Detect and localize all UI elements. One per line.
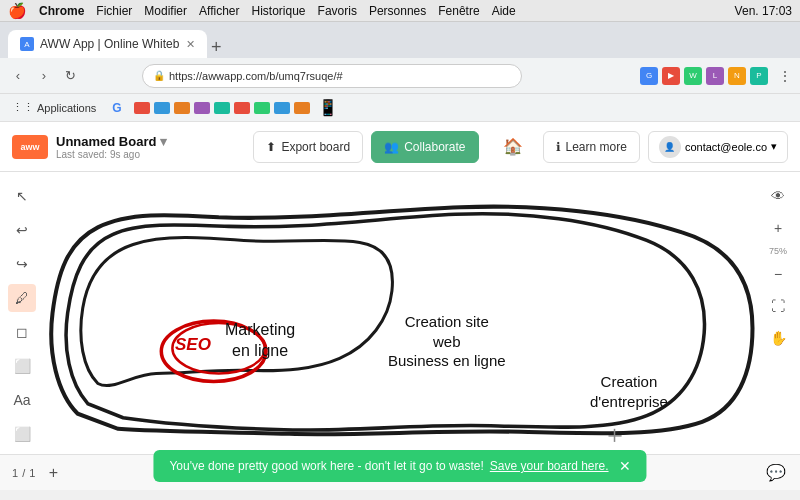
fenetre-menu[interactable]: Fenêtre [438,4,479,18]
apps-icon: ⋮⋮ [12,101,34,114]
lock-icon: 🔒 [153,70,165,81]
tab-title: AWW App | Online Whiteboar... [40,37,180,51]
collaborate-icon: 👥 [384,140,399,154]
board-name-dropdown[interactable]: ▾ [160,134,167,149]
chrome-menu-button[interactable]: ⋮ [778,68,792,84]
ext-icon-5[interactable]: N [728,67,746,85]
fichier-menu[interactable]: Fichier [96,4,132,18]
toast-notification: You've done pretty good work here - don'… [153,450,646,482]
contact-dropdown-arrow: ▾ [771,140,777,153]
aide-menu[interactable]: Aide [492,4,516,18]
contact-label: contact@eole.co [685,141,767,153]
bookmark-icon-4[interactable] [194,102,210,114]
page-total: 1 [29,467,35,479]
app-toolbar: aww Unnamed Board ▾ Last saved: 9s ago ⬆… [0,122,800,172]
bookmark-apps[interactable]: ⋮⋮ Applications [8,99,100,116]
bookmark-icon-6[interactable] [234,102,250,114]
canvas-area[interactable]: ↖ ↩ ↪ 🖊 ◻ ⬜ Aa ⬜ + 👁 + 75% − ⛶ ✋ Marketi… [0,172,800,454]
toolbar-right: 🏠 ℹ Learn more 👤 contact@eole.co ▾ [491,131,788,163]
historique-menu[interactable]: Historique [252,4,306,18]
chrome-extensions: G ▶ W L N P [640,67,768,85]
toast-message: You've done pretty good work here - don'… [169,459,483,473]
chrome-addressbar: ‹ › ↻ 🔒 https://awwapp.com/b/umq7rsuqe/#… [0,58,800,94]
back-button[interactable]: ‹ [8,66,28,86]
url-text: https://awwapp.com/b/umq7rsuqe/# [169,70,343,82]
reload-button[interactable]: ↻ [60,66,80,86]
board-name: Unnamed Board ▾ [56,134,167,149]
ext-icon-4[interactable]: L [706,67,724,85]
board-name-area: Unnamed Board ▾ Last saved: 9s ago [56,134,167,160]
bookmark-icon-8[interactable] [274,102,290,114]
home-button[interactable]: 🏠 [491,131,535,163]
chrome-tabbar: A AWW App | Online Whiteboar... ✕ + [0,22,800,58]
bookmarks-bar: ⋮⋮ Applications G 📱 [0,94,800,122]
os-time: Ven. 17:03 [735,4,792,18]
learn-more-button[interactable]: ℹ Learn more [543,131,640,163]
chrome-menu[interactable]: Chrome [39,4,84,18]
bottom-bar: 1 / 1 + You've done pretty good work her… [0,454,800,490]
add-page-button[interactable]: + [43,463,63,483]
contact-avatar: 👤 [659,136,681,158]
afficher-menu[interactable]: Afficher [199,4,239,18]
whatsapp-icon[interactable]: 📱 [318,98,338,117]
tab-close-button[interactable]: ✕ [186,38,195,51]
modifier-menu[interactable]: Modifier [144,4,187,18]
bookmark-icon-2[interactable] [154,102,170,114]
favoris-menu[interactable]: Favoris [318,4,357,18]
bookmark-icon-7[interactable] [254,102,270,114]
page-current: 1 [12,467,18,479]
toast-close-button[interactable]: ✕ [619,458,631,474]
bookmark-icon-1[interactable] [134,102,150,114]
personnes-menu[interactable]: Personnes [369,4,426,18]
board-saved-status: Last saved: 9s ago [56,149,167,160]
tab-favicon: A [20,37,34,51]
ext-icon-6[interactable]: P [750,67,768,85]
collaborate-button[interactable]: 👥 Collaborate [371,131,478,163]
info-icon: ℹ [556,140,561,154]
page-indicator: 1 / 1 [12,467,35,479]
chat-button[interactable]: 💬 [764,461,788,485]
export-board-button[interactable]: ⬆ Export board [253,131,363,163]
google-icon: G [112,101,121,115]
chrome-tab[interactable]: A AWW App | Online Whiteboar... ✕ [8,30,207,58]
bookmark-google[interactable]: G [108,99,125,117]
os-menubar: 🍎 Chrome Fichier Modifier Afficher Histo… [0,0,800,22]
url-bar[interactable]: 🔒 https://awwapp.com/b/umq7rsuqe/# [142,64,522,88]
svg-point-1 [172,323,265,373]
ext-icon-3[interactable]: W [684,67,702,85]
whiteboard-svg [0,172,800,454]
contact-button[interactable]: 👤 contact@eole.co ▾ [648,131,788,163]
ext-icon-2[interactable]: ▶ [662,67,680,85]
bookmark-icon-3[interactable] [174,102,190,114]
apple-menu[interactable]: 🍎 [8,2,27,20]
new-tab-button[interactable]: + [211,37,222,58]
export-icon: ⬆ [266,140,276,154]
ext-icon-1[interactable]: G [640,67,658,85]
bookmark-icon-5[interactable] [214,102,230,114]
apps-label: Applications [37,102,96,114]
bookmark-icon-9[interactable] [294,102,310,114]
app-logo: aww [12,135,48,159]
toast-save-link[interactable]: Save your board here. [490,459,609,473]
forward-button[interactable]: › [34,66,54,86]
